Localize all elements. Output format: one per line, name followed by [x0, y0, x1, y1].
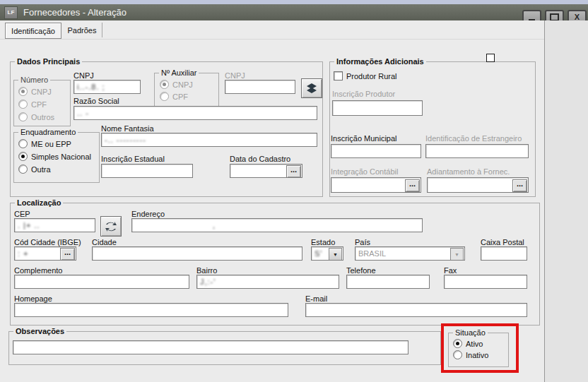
group-localizacao-legend: Localização — [15, 198, 63, 207]
radio-icon — [18, 139, 28, 148]
fax-field[interactable] — [444, 275, 527, 289]
data-cadastro-label: Data do Cadastro — [230, 155, 290, 163]
tab-page-identificacao: Dados Principais Número CNPJ CPF Outros … — [0, 39, 544, 382]
cod-cidade-ibge-field[interactable]: : + ... — [14, 246, 76, 261]
integracao-contabil-ellipsis-button[interactable]: ... — [405, 179, 420, 192]
pais-dropdown-arrow: ▼ — [450, 248, 464, 261]
homepage-label: Homepage — [14, 294, 52, 303]
homepage-field[interactable] — [14, 303, 288, 317]
nome-fantasia-field[interactable]: -.. --------- — [101, 133, 317, 147]
cidade-field[interactable] — [92, 246, 302, 261]
inscricao-produtor-label: Inscrição Produtor — [332, 90, 395, 98]
inscricao-produtor-field[interactable] — [332, 100, 423, 116]
cnpj-field[interactable]: i..-.8. ; — [74, 80, 141, 94]
razao-social-label: Razão Social — [74, 97, 119, 105]
radio-enq-outra[interactable]: Outra — [18, 165, 51, 174]
adiantamento-fornec-label: Adiantamento à Fornec. — [427, 167, 510, 176]
radio-icon — [18, 165, 28, 174]
consulta-receita-button[interactable] — [301, 78, 322, 98]
pais-combobox[interactable]: BRASIL ▼ — [355, 246, 465, 261]
bairro-label: Bairro — [196, 266, 217, 275]
radio-numero-cnpj[interactable]: CNPJ — [18, 87, 52, 96]
observacoes-field[interactable] — [13, 340, 408, 354]
radio-aux-cpf[interactable]: CPF — [160, 92, 188, 101]
cidade-label: Cidade — [92, 238, 117, 246]
endereco-field[interactable]: , — [131, 218, 423, 232]
adiantamento-fornec-field[interactable]: ... — [427, 177, 529, 193]
window-title: Fornecedores - Alteração — [23, 7, 127, 18]
fax-label: Fax — [444, 266, 457, 275]
identificacao-estrangeiro-label: Identificação de Estrangeiro — [425, 134, 522, 143]
radio-enq-simples-nacional[interactable]: Simples Nacional — [18, 152, 91, 161]
group-numero-legend: Número — [18, 76, 50, 84]
annotation-red-rectangle — [441, 323, 519, 373]
bairro-field[interactable]: J,:-' — [196, 275, 339, 289]
cod-cidade-ellipsis-button[interactable]: ... — [60, 248, 75, 261]
nome-fantasia-label: Nome Fantasia — [101, 124, 154, 133]
cep-field[interactable]: . |+ .. — [14, 218, 95, 232]
complemento-field[interactable] — [14, 275, 189, 289]
email-label: E-mail — [305, 294, 327, 303]
cep-search-button[interactable] — [100, 216, 122, 237]
telefone-label: Telefone — [346, 266, 376, 275]
group-aux-legend: Nº Auxiliar — [159, 68, 199, 77]
integracao-contabil-label: Integração Contábil — [331, 167, 398, 176]
estado-dropdown-arrow[interactable]: ▼ — [329, 248, 342, 261]
identificacao-estrangeiro-field[interactable] — [425, 144, 529, 158]
radio-icon — [18, 152, 28, 161]
data-cadastro-field[interactable]: ... — [230, 164, 302, 178]
window-titlebar: LF Fornecedores - Alteração X — [0, 4, 588, 20]
inscricao-municipal-field[interactable] — [331, 144, 421, 158]
cnpj-aux-label: CNPJ — [225, 71, 245, 80]
radio-numero-outros[interactable]: Outros — [18, 112, 54, 121]
pais-label: País — [355, 238, 370, 246]
cnpj-label: CNPJ — [74, 71, 94, 80]
radio-numero-cpf[interactable]: CPF — [18, 100, 47, 109]
inscricao-estadual-label: Inscrição Estadual — [101, 155, 165, 163]
tab-identificacao[interactable]: Identificação — [5, 23, 61, 39]
group-observacoes-legend: Observações — [13, 327, 66, 335]
resize-handle — [486, 54, 495, 62]
form-panel: Identificação Padrões Dados Principais N… — [0, 20, 545, 382]
tab-padroes[interactable]: Padrões — [62, 23, 102, 37]
adiantamento-fornec-ellipsis-button[interactable]: ... — [512, 179, 527, 192]
complemento-label: Complemento — [14, 266, 62, 275]
checkbox-icon — [334, 71, 343, 80]
endereco-label: Endereço — [131, 210, 165, 218]
inscricao-municipal-label: Inscrição Municipal — [331, 134, 397, 143]
data-cadastro-ellipsis-button[interactable]: ... — [286, 165, 301, 178]
estado-label: Estado — [311, 238, 335, 246]
group-dados-principais-legend: Dados Principais — [15, 57, 82, 66]
estado-combobox[interactable]: S' ▼ — [311, 246, 343, 261]
inscricao-estadual-field[interactable] — [101, 164, 193, 178]
caixa-postal-field[interactable] — [481, 246, 527, 261]
radio-icon — [160, 92, 169, 101]
swap-arrows-icon — [105, 221, 117, 232]
razao-social-field[interactable]: .. - — [74, 106, 317, 120]
produtor-rural-checkbox[interactable]: Produtor Rural — [334, 71, 397, 80]
radio-icon — [18, 87, 28, 96]
cep-label: CEP — [14, 210, 30, 218]
group-enquadramento-legend: Enquadramento — [18, 128, 78, 136]
integracao-contabil-field[interactable]: ... — [331, 177, 421, 193]
app-icon: LF — [4, 6, 18, 19]
receita-layers-icon — [305, 83, 318, 94]
caixa-postal-label: Caixa Postal — [481, 238, 524, 246]
radio-enq-me-epp[interactable]: ME ou EPP — [18, 139, 71, 148]
cod-cidade-ibge-label: Cód Cidade (IBGE) — [14, 238, 81, 246]
radio-aux-cnpj[interactable]: CNPJ — [160, 80, 193, 89]
radio-icon — [18, 100, 28, 109]
radio-icon — [18, 112, 28, 121]
radio-icon — [160, 80, 169, 89]
cnpj-aux-field[interactable] — [225, 80, 295, 94]
group-informacoes-adicionais-legend: Informações Adicionais — [334, 57, 426, 66]
right-toolbar: ? — [545, 20, 588, 382]
email-field[interactable] — [305, 303, 527, 317]
telefone-field[interactable] — [346, 275, 430, 289]
